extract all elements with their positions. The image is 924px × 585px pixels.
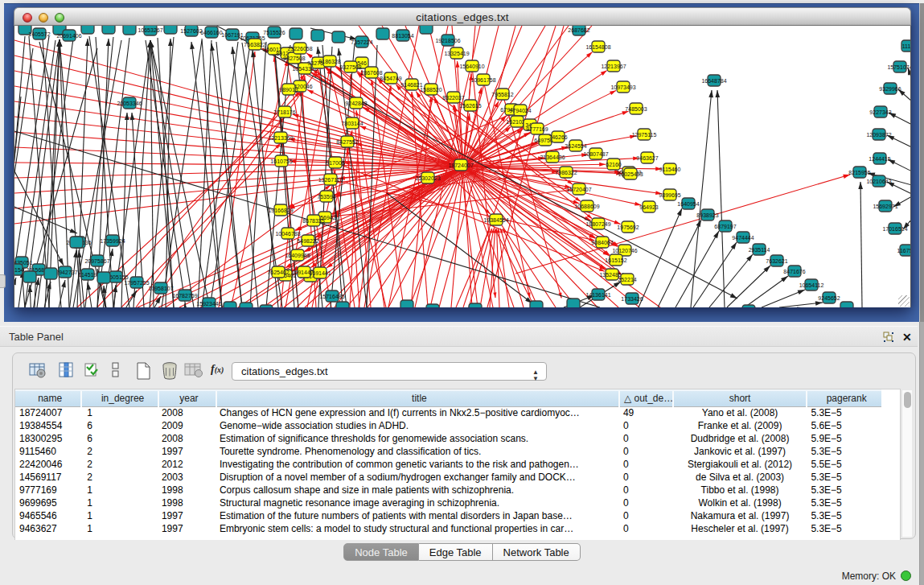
svg-text:9827508: 9827508 [283, 56, 305, 61]
svg-text:7485003: 7485003 [625, 106, 647, 112]
svg-text:25302023: 25302023 [415, 175, 440, 181]
svg-text:15716485: 15716485 [319, 294, 344, 299]
svg-text:9794024: 9794024 [509, 108, 531, 113]
svg-text:1975692: 1975692 [617, 225, 639, 230]
svg-text:9463627: 9463627 [636, 155, 658, 161]
svg-text:16648784: 16648784 [701, 78, 726, 84]
svg-text:10120746: 10120746 [612, 248, 637, 253]
svg-text:62160: 62160 [606, 162, 622, 167]
svg-text:7357224: 7357224 [351, 39, 372, 45]
svg-text:8427552: 8427552 [336, 139, 358, 145]
svg-text:10958107: 10958107 [148, 286, 173, 291]
svg-text:2718176: 2718176 [273, 109, 295, 115]
svg-text:1244415: 1244415 [869, 156, 890, 162]
svg-text:9245652: 9245652 [818, 295, 840, 301]
svg-text:18807249: 18807249 [585, 221, 610, 227]
svg-text:15640910: 15640910 [459, 64, 484, 69]
svg-text:17359924: 17359924 [100, 238, 125, 244]
svg-text:9777169: 9777169 [526, 126, 548, 132]
svg-text:2935114: 2935114 [749, 247, 770, 253]
svg-text:8678335: 8678335 [302, 218, 324, 224]
svg-text:5498222: 5498222 [297, 238, 318, 244]
svg-text:9227343: 9227343 [869, 109, 891, 115]
svg-text:9115460: 9115460 [659, 167, 681, 172]
svg-text:252214: 252214 [618, 277, 636, 282]
svg-text:9474444: 9474444 [732, 235, 754, 241]
svg-text:13267110: 13267110 [318, 177, 343, 183]
svg-text:10046788: 10046788 [275, 231, 300, 237]
svg-text:10961758: 10961758 [470, 77, 495, 83]
svg-text:9327508: 9327508 [339, 64, 361, 70]
svg-text:13325419: 13325419 [444, 51, 469, 56]
svg-text:15751074: 15751074 [887, 64, 911, 70]
svg-text:17957255: 17957255 [124, 280, 149, 286]
svg-text:1691441: 1691441 [309, 270, 331, 276]
svg-text:2867608: 2867608 [360, 70, 382, 76]
svg-text:16409948: 16409948 [285, 253, 310, 258]
svg-text:17016514: 17016514 [882, 226, 907, 232]
svg-text:964923: 964923 [639, 204, 658, 210]
svg-text:6879197: 6879197 [714, 224, 736, 229]
svg-text:9329966: 9329966 [879, 86, 901, 92]
svg-text:12093872: 12093872 [866, 132, 891, 138]
svg-text:12213967: 12213967 [601, 64, 626, 69]
svg-text:9242848: 9242848 [345, 101, 367, 106]
svg-text:20053346: 20053346 [117, 101, 142, 106]
svg-text:9084067: 9084067 [591, 240, 613, 245]
svg-text:746266: 746266 [548, 134, 567, 140]
svg-text:10025433: 10025433 [618, 171, 643, 177]
svg-text:7955812: 7955812 [491, 92, 513, 97]
svg-text:8186328: 8186328 [318, 59, 340, 64]
svg-text:14136141: 14136141 [585, 292, 610, 298]
svg-text:19384554: 19384554 [483, 217, 508, 223]
svg-text:1733426: 1733426 [621, 296, 643, 302]
svg-text:15692971: 15692971 [873, 204, 897, 209]
svg-text:20691406: 20691406 [56, 33, 81, 39]
svg-text:7986322: 7986322 [555, 170, 577, 175]
svg-text:114519: 114519 [79, 272, 97, 278]
svg-text:8215955: 8215955 [848, 170, 870, 175]
svg-text:12975115: 12975115 [632, 132, 657, 138]
svg-text:10973493: 10973493 [610, 84, 635, 90]
svg-text:1117: 1117 [902, 43, 911, 49]
svg-text:7632621: 7632621 [766, 258, 787, 264]
svg-text:12213369: 12213369 [268, 135, 293, 141]
svg-text:2687682: 2687682 [568, 27, 589, 33]
svg-text:18724007: 18724007 [448, 163, 473, 168]
svg-text:116753: 116753 [897, 248, 911, 253]
svg-text:23226058: 23226058 [287, 46, 312, 51]
svg-text:3624554: 3624554 [565, 143, 586, 149]
svg-text:10688609: 10688609 [574, 204, 599, 209]
svg-text:1588520: 1588520 [420, 87, 441, 93]
svg-text:15720407: 15720407 [566, 187, 591, 192]
svg-text:10210643: 10210643 [866, 179, 891, 184]
svg-text:1527602: 1527602 [180, 28, 202, 34]
svg-text:7803144: 7803144 [341, 121, 363, 126]
svg-text:6466160: 6466160 [200, 30, 222, 35]
svg-text:1562615: 1562615 [459, 103, 481, 109]
svg-text:7625402: 7625402 [267, 270, 289, 275]
svg-text:1610755: 1610755 [270, 159, 292, 164]
svg-text:15923446: 15923446 [196, 301, 221, 307]
svg-text:20975867: 20975867 [84, 258, 109, 264]
svg-text:917006: 917006 [326, 160, 344, 166]
svg-text:1640954: 1640954 [677, 201, 699, 207]
svg-text:8938923: 8938923 [696, 212, 718, 218]
svg-text:1405572: 1405572 [28, 31, 50, 37]
svg-text:19166829: 19166829 [268, 208, 293, 213]
svg-text:10807487: 10807487 [583, 151, 608, 157]
svg-text:39154: 39154 [14, 267, 24, 273]
svg-text:21364436: 21364436 [540, 154, 565, 160]
svg-text:10653267: 10653267 [138, 27, 162, 33]
svg-text:8322037: 8322037 [442, 95, 464, 101]
svg-text:753594: 753594 [317, 194, 335, 200]
svg-text:8813054: 8813054 [392, 33, 413, 39]
svg-text:8471676: 8471676 [783, 269, 805, 274]
svg-text:19218506: 19218506 [435, 38, 460, 43]
svg-text:1615152: 1615152 [605, 257, 626, 263]
svg-text:10654112: 10654112 [799, 282, 824, 288]
svg-text:989013: 989013 [279, 87, 298, 93]
svg-text:7515526: 7515526 [263, 30, 285, 35]
svg-text:16154808: 16154808 [585, 44, 610, 50]
svg-text:9899695: 9899695 [659, 192, 680, 198]
